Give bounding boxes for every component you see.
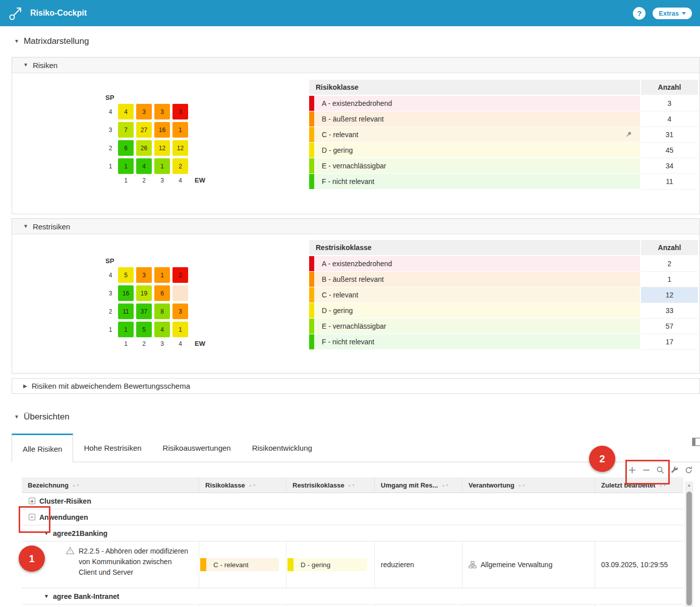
sort-icons[interactable] [659,483,667,487]
section-uebersichten[interactable]: Übersichten [14,412,70,422]
column-header-umgang[interactable]: Umgang mit Res... [375,477,462,493]
column-header-verantwortung[interactable]: Verantwortung [462,477,595,493]
class-label: E - vernachlässigbar [314,162,386,170]
matrix-cell[interactable]: 12 [172,140,188,156]
risk-class-row[interactable]: B - äußerst relevant 1 [309,272,698,287]
risiko-cockpit-page: Risiko-Cockpit ? Extras Matrixdarstellun… [0,0,700,607]
sort-icons[interactable] [518,483,526,487]
column-header-zuletzt-bearbeitet[interactable]: Zuletzt bearbeitet [595,477,683,493]
tab-risikoentwicklung[interactable]: Risikoentwicklung [242,434,323,462]
matrix-cell[interactable]: 19 [136,285,152,301]
risk-class-row[interactable]: D - gering 45 [309,143,698,158]
app-header: Risiko-Cockpit ? Extras [0,0,700,26]
sort-icons[interactable] [441,483,449,487]
sort-icons[interactable] [348,483,356,487]
panel-toggle-icon[interactable] [692,438,700,448]
scroll-up-arrow-icon[interactable]: ▲ [685,483,693,488]
pin-icon[interactable] [625,131,632,140]
matrix-cell[interactable]: 3 [154,104,170,119]
refresh-icon[interactable] [684,466,693,474]
risk-class-row[interactable]: A - existenzbedrohend 3 [309,96,698,111]
matrix-cell[interactable]: 4 [118,104,134,119]
section-matrixdarstellung[interactable]: Matrixdarstellung [14,36,89,46]
matrix-cell[interactable]: 1 [118,322,134,337]
matrix-cell[interactable]: 11 [118,304,134,319]
matrix-cell[interactable]: 6 [154,285,170,301]
vertical-scrollbar[interactable]: ▲ [685,481,693,607]
risk-title[interactable]: R2.2.5 - Abhören oder modifizieren von K… [79,546,189,578]
matrix-cell[interactable]: 3 [172,304,188,319]
tab-risikoauswertungen[interactable]: Risikoauswertungen [152,434,242,462]
search-icon[interactable] [656,466,665,474]
matrix-x-axis-label: EW [195,340,205,347]
collapse-all-icon[interactable] [642,466,651,474]
risk-class-row[interactable]: F - nicht relevant 11 [309,174,698,190]
class-color-bar [309,334,314,349]
matrix-cell[interactable]: 26 [136,140,152,156]
risk-class-row[interactable]: C - relevant 31 [309,127,698,143]
risk-class-row[interactable]: C - relevant 12 [309,287,698,303]
matrix-cell[interactable]: 12 [154,140,170,156]
expand-all-icon[interactable] [628,466,636,474]
help-button[interactable]: ? [633,7,646,20]
matrix-cell[interactable]: 3 [136,104,152,119]
matrix-cell[interactable]: 2 [172,158,188,174]
group-row-agree-bank-intranet[interactable]: agree Bank-Intranet [22,588,683,604]
panel-restrisiken: Restrisiken SP 4 5 3 1 2 3 16 19 6 2 11 … [12,218,700,374]
matrix-cell[interactable]: 1 [172,122,188,138]
matrix-cell[interactable]: 16 [154,122,170,138]
matrix-cell[interactable]: 37 [136,304,152,319]
matrix-col-label: 4 [172,340,188,347]
matrix-cell[interactable]: 3 [172,104,188,119]
matrix-cell[interactable]: 5 [118,267,134,283]
matrix-cell[interactable]: 4 [136,158,152,174]
sort-icons[interactable] [72,483,80,487]
scrollbar-thumb[interactable] [686,492,692,605]
tab-alle-risiken[interactable]: Alle Risiken [12,434,73,462]
group-row-cluster-risiken[interactable]: Cluster-Risiken [22,493,683,509]
matrix-cell[interactable]: 8 [154,304,170,319]
matrix-y-axis-label: SP [105,257,205,265]
matrix-cell[interactable]: 5 [136,322,152,337]
matrix-row-label: 2 [105,308,115,315]
class-count: 45 [641,143,698,158]
table-row[interactable]: R2.2.5 - Abhören oder modifizieren von K… [22,541,683,588]
matrix-cell[interactable]: 27 [136,122,152,138]
risk-class-row[interactable]: A - existenzbedrohend 2 [309,256,698,272]
matrix-cell[interactable]: 6 [118,140,134,156]
matrix-cell[interactable]: 1 [118,158,134,174]
panel-restrisiken-header[interactable]: Restrisiken [12,219,699,234]
group-row-anwendungen[interactable]: Anwendungen [22,509,683,525]
matrix-cell[interactable]: 1 [154,267,170,283]
matrix-cell[interactable]: 1 [172,322,188,337]
matrix-cell[interactable]: 7 [118,122,134,138]
column-header-risikoklasse[interactable]: Risikoklasse [199,477,286,493]
risk-class-row[interactable]: F - nicht relevant 17 [309,334,698,350]
matrix-cell[interactable]: 1 [154,158,170,174]
panel-risiken-header[interactable]: Risiken [12,57,699,73]
sort-icons[interactable] [249,483,257,487]
expand-plus-icon[interactable] [29,498,35,504]
collapse-minus-icon[interactable] [29,514,35,520]
column-header-bezeichnung[interactable]: Bezeichnung [22,477,199,493]
risk-class-row[interactable]: B - äußerst relevant 4 [309,111,698,127]
section-abweichendes-bewertungsschema[interactable]: Risiken mit abweichendem Bewertungsschem… [12,378,700,394]
settings-wrench-icon[interactable] [670,466,679,474]
matrix-cell[interactable]: 4 [154,322,170,337]
extras-button[interactable]: Extras [653,8,692,19]
risk-class-row[interactable]: E - vernachlässigbar 57 [309,319,698,334]
group-row-agree21banking[interactable]: agree21Banking [22,525,683,541]
restrisikoklasse-chip: D - gering [287,558,367,571]
class-count: 11 [641,174,698,190]
matrix-cell[interactable]: 16 [118,285,134,301]
risk-class-row[interactable]: D - gering 33 [309,303,698,319]
tab-hohe-restrisiken[interactable]: Hohe Restrisiken [73,434,152,462]
matrix-cell[interactable]: 3 [136,267,152,283]
matrix-cell[interactable]: 2 [172,267,188,283]
risikoklasse-table: Risikoklasse Anzahl A - existenzbedrohen… [309,80,698,190]
collapse-triangle-icon [44,594,49,599]
risk-class-row[interactable]: E - vernachlässigbar 34 [309,158,698,174]
class-count: 3 [641,96,698,111]
column-header-restrisikoklasse[interactable]: Restrisikoklasse [286,477,375,493]
matrix-cell[interactable] [172,285,188,301]
